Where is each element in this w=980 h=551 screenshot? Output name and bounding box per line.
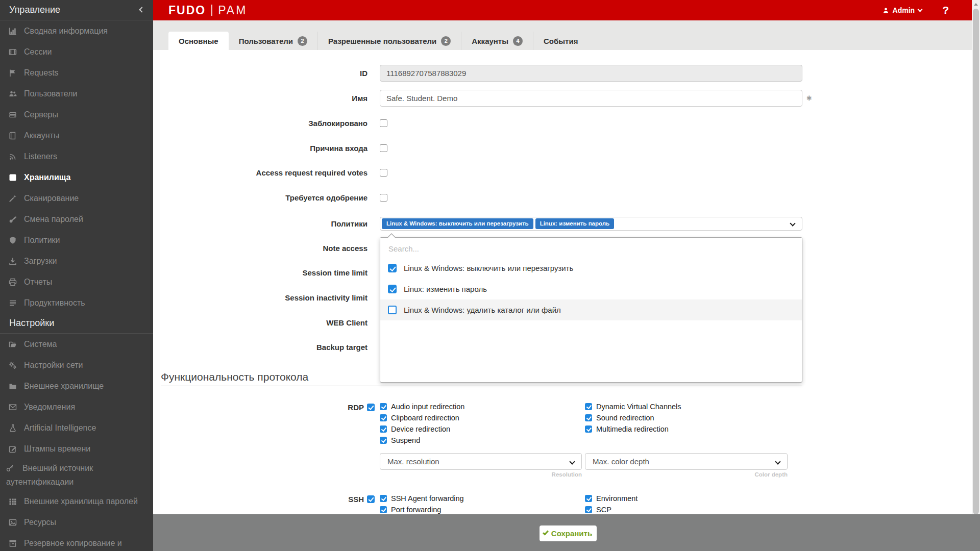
rdp-option[interactable]: Device redirection <box>380 425 464 433</box>
shield-icon <box>8 236 17 244</box>
sidebar-item-accounts[interactable]: Аккаунты <box>0 125 153 146</box>
sidebar-item-backup[interactable]: Резервное копирование и <box>0 533 153 551</box>
ssh-option-checkbox[interactable] <box>380 506 387 513</box>
sidebar-item-ai[interactable]: Artificial Intelligence <box>0 417 153 438</box>
ssh-option-checkbox[interactable] <box>585 506 592 513</box>
help-button[interactable]: ? <box>942 4 949 16</box>
sidebar-item-servers[interactable]: Серверы <box>0 104 153 125</box>
ssh-option-checkbox[interactable] <box>585 495 592 502</box>
ssh-options-col2: Environment SCP <box>585 495 638 513</box>
sidebar-item-system[interactable]: Система <box>0 334 153 355</box>
policy-option-label: Linux & Windows: выключить или перезагру… <box>404 264 573 272</box>
vertical-scrollbar[interactable] <box>972 0 980 551</box>
sidebar-item-reports[interactable]: Отчеты <box>0 271 153 292</box>
sidebar-item-storage[interactable]: Хранилища <box>0 167 153 188</box>
rdp-option-checkbox[interactable] <box>380 403 387 410</box>
policy-option[interactable]: Linux & Windows: выключить или перезагру… <box>380 258 802 279</box>
rdp-option[interactable]: Multimedia redirection <box>585 425 681 433</box>
grid-icon <box>8 497 17 506</box>
tab-users[interactable]: Пользователи 2 <box>229 32 318 50</box>
sidebar-item-timestamps[interactable]: Штампы времени <box>0 438 153 459</box>
blocked-checkbox[interactable] <box>380 119 387 127</box>
ssh-option[interactable]: Environment <box>585 495 638 502</box>
sidebar-item-label: Уведомления <box>24 403 75 412</box>
approval-required-checkbox[interactable] <box>380 194 387 202</box>
sidebar-item-label: Хранилища <box>24 173 70 182</box>
policies-multiselect[interactable]: Linux & Windows: выключить или перезагру… <box>380 217 802 231</box>
sidebar-item-external-storage[interactable]: Внешнее хранилище <box>0 375 153 396</box>
rdp-options-col2: Dynamic Virtual Channels Sound redirecti… <box>585 403 681 433</box>
rdp-option[interactable]: Dynamic Virtual Channels <box>585 403 681 410</box>
rdp-option-label: Audio input redirection <box>391 403 464 410</box>
sidebar-item-label: Аккаунты <box>24 131 59 140</box>
chevron-down-icon <box>790 220 795 226</box>
rdp-option[interactable]: Clipboard redirection <box>380 414 464 421</box>
rdp-option-checkbox[interactable] <box>380 425 387 433</box>
rss-icon <box>8 153 17 161</box>
arrow-up-icon <box>974 3 978 6</box>
ssh-option[interactable]: SCP <box>585 506 638 513</box>
rdp-option-checkbox[interactable] <box>585 403 592 410</box>
ssh-option-checkbox[interactable] <box>380 495 387 502</box>
sidebar-item-network-settings[interactable]: Настройки сети <box>0 355 153 375</box>
scroll-up-button[interactable] <box>972 0 980 8</box>
policy-option-checkbox[interactable] <box>388 306 397 314</box>
download-icon <box>8 257 17 265</box>
color-depth-select[interactable]: Max. color depth <box>585 453 788 470</box>
sidebar-section-settings: Настройки <box>0 313 153 334</box>
sidebar-item-requests[interactable]: Requests <box>0 62 153 83</box>
rdp-option-checkbox[interactable] <box>380 414 387 421</box>
sidebar-item-notifications[interactable]: Уведомления <box>0 396 153 417</box>
scrollbar-thumb[interactable] <box>973 9 979 514</box>
rdp-option-checkbox[interactable] <box>380 437 387 444</box>
sidebar-item-external-auth[interactable]: Внешний источник аутентификацаии <box>0 459 153 491</box>
rdp-option-label: Suspend <box>391 437 420 444</box>
color-depth-hint: Color depth <box>585 471 788 478</box>
policy-option-checkbox[interactable] <box>388 285 397 293</box>
ssh-option[interactable]: Port forwarding <box>380 506 464 513</box>
sidebar-item-scanning[interactable]: Сканирование <box>0 188 153 209</box>
login-reason-checkbox[interactable] <box>380 144 387 152</box>
tab-events[interactable]: События <box>533 32 588 50</box>
name-label: Имя <box>153 94 368 103</box>
sidebar-item-summary[interactable]: Сводная информация <box>0 20 153 41</box>
sidebar-item-sessions[interactable]: Сессии <box>0 41 153 62</box>
ssh-enabled-checkbox[interactable] <box>367 495 375 503</box>
policy-option[interactable]: Linux & Windows: удалить каталог или фай… <box>380 299 802 320</box>
policy-option[interactable]: Linux: изменить пароль <box>380 279 802 299</box>
sidebar-section-manage-title: Управление <box>9 5 60 15</box>
server-icon <box>8 111 17 119</box>
topbar-right: Admin ? <box>883 4 949 16</box>
policy-option-label: Linux & Windows: удалить каталог или фай… <box>404 306 561 314</box>
rdp-option-checkbox[interactable] <box>585 425 592 433</box>
rdp-option[interactable]: Audio input redirection <box>380 403 464 410</box>
sidebar-item-label: Listeners <box>24 152 57 161</box>
sidebar-item-listeners[interactable]: Listeners <box>0 146 153 167</box>
sidebar-item-productivity[interactable]: Продуктивность <box>0 292 153 313</box>
save-button[interactable]: Сохранить <box>540 525 597 541</box>
rdp-option[interactable]: Suspend <box>380 437 464 444</box>
policies-search-input[interactable] <box>380 238 802 258</box>
sidebar-item-users[interactable]: Пользователи <box>0 83 153 104</box>
rdp-enabled-checkbox[interactable] <box>367 404 375 411</box>
sidebar-item-external-password-vaults[interactable]: Внешние хранилища паролей <box>0 491 153 512</box>
ssh-option[interactable]: SSH Agent forwarding <box>380 495 464 502</box>
folder-open-icon <box>8 340 17 348</box>
tab-allowed-users[interactable]: Разрешенные пользователи 2 <box>318 32 461 50</box>
tab-general[interactable]: Основные <box>168 32 229 50</box>
tab-accounts[interactable]: Аккаунты 4 <box>461 32 533 50</box>
rdp-option[interactable]: Sound redirection <box>585 414 681 421</box>
sidebar-item-downloads[interactable]: Загрузки <box>0 251 153 271</box>
policy-option-checkbox[interactable] <box>388 264 397 272</box>
user-menu[interactable]: Admin <box>883 6 922 14</box>
sidebar-item-resources[interactable]: Ресурсы <box>0 512 153 533</box>
resolution-select[interactable]: Max. resolution <box>380 453 582 470</box>
resolution-select-value: Max. resolution <box>387 457 439 466</box>
approval-required-row: Требуется одобрение <box>153 192 387 203</box>
rdp-option-checkbox[interactable] <box>585 414 592 421</box>
sidebar-collapse-icon[interactable] <box>139 7 144 12</box>
required-votes-checkbox[interactable] <box>380 169 387 177</box>
sidebar-item-policies[interactable]: Политики <box>0 230 153 251</box>
name-input[interactable] <box>380 90 802 107</box>
sidebar-item-password-change[interactable]: Смена паролей <box>0 209 153 230</box>
